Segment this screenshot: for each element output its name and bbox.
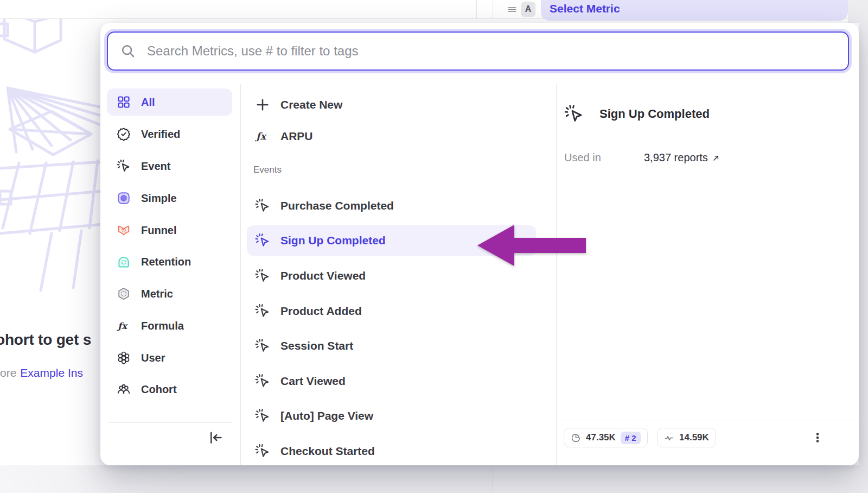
- formula-fx-icon: [117, 319, 131, 333]
- app-root: ohort to get s oreExample Ins A Select M…: [0, 0, 868, 493]
- external-link-icon: [712, 154, 720, 162]
- list-item-label: Session Start: [280, 339, 353, 352]
- event-cursor-icon: [255, 408, 270, 424]
- list-item-purchase-completed[interactable]: Purchase Completed: [247, 195, 536, 217]
- collapse-panel-icon[interactable]: [208, 429, 224, 446]
- event-cursor-icon: [117, 159, 131, 173]
- used-in-reports-text: 3,937 reports: [644, 151, 708, 164]
- sidebar-item-label: Funnel: [141, 224, 177, 237]
- list-item-auto-page-view[interactable]: [Auto] Page View: [247, 405, 536, 427]
- sidebar-footer-divider: [108, 422, 232, 423]
- background-headline-fragment: ohort to get s: [0, 331, 91, 349]
- page-right-strip: [859, 0, 868, 493]
- sidebar-item-label: Metric: [141, 288, 173, 300]
- user-icon: [117, 351, 131, 365]
- kebab-menu-icon[interactable]: [810, 428, 825, 447]
- sidebar-item-formula[interactable]: Formula: [107, 312, 232, 339]
- sidebar-item-label: Retention: [141, 256, 191, 268]
- metric-row-letter-badge: A: [521, 2, 535, 17]
- verified-badge-icon: [117, 127, 131, 141]
- sidebar-item-label: Verified: [141, 128, 180, 141]
- event-cursor-icon: [255, 338, 270, 353]
- used-in-row: Used in 3,937 reports: [564, 151, 846, 166]
- used-in-label: Used in: [564, 151, 601, 163]
- list-item-arpu[interactable]: ARPU: [247, 125, 536, 147]
- search-icon: [120, 43, 136, 59]
- event-cursor-icon: [255, 198, 270, 213]
- list-item-session-start[interactable]: Session Start: [247, 335, 536, 357]
- list-item-label: Sign Up Completed: [280, 234, 386, 247]
- sidebar-item-cohort[interactable]: Cohort: [107, 376, 232, 403]
- select-metric-header[interactable]: Select Metric: [541, 0, 848, 21]
- list-item-label: Product Viewed: [280, 269, 366, 282]
- cohort-icon: [117, 382, 131, 396]
- event-cursor-icon: [255, 268, 270, 283]
- retention-icon: [117, 255, 131, 269]
- used-in-reports-link[interactable]: 3,937 reports: [644, 151, 720, 164]
- toolbar-divider: [476, 0, 477, 18]
- metric-icon: [117, 287, 131, 301]
- annotation-arrow: [471, 220, 593, 272]
- list-item-label: Product Added: [280, 305, 362, 318]
- sidebar-item-event[interactable]: Event: [107, 153, 232, 180]
- sidebar-item-label: User: [141, 352, 165, 364]
- list-item-cart-viewed[interactable]: Cart Viewed: [247, 370, 536, 392]
- sidebar-item-retention[interactable]: Retention: [107, 248, 232, 275]
- sidebar-item-label: All: [141, 96, 155, 109]
- metric-detail-panel: Sign Up Completed Used in 3,937 reports …: [556, 84, 859, 465]
- metric-list: Create New ARPU Events Purchase Complete…: [240, 84, 556, 465]
- background-link-prefix: ore: [0, 366, 16, 379]
- list-item-label: ARPU: [280, 130, 313, 143]
- list-item-label: [Auto] Page View: [280, 409, 373, 422]
- detail-header: Sign Up Completed: [564, 104, 710, 124]
- page-divider: [493, 465, 493, 493]
- simple-icon: [117, 191, 131, 205]
- create-new-button[interactable]: Create New: [247, 94, 536, 116]
- stat-total-count-pill[interactable]: 47.35K # 2: [564, 428, 648, 447]
- sidebar-item-label: Cohort: [141, 383, 177, 396]
- sidebar-item-simple[interactable]: Simple: [107, 185, 232, 212]
- sidebar-item-label: Formula: [141, 320, 184, 332]
- sidebar-item-all[interactable]: All: [107, 89, 232, 116]
- list-item-label: Cart Viewed: [280, 375, 346, 388]
- plus-icon: [255, 97, 270, 112]
- grid-icon: [117, 95, 131, 109]
- event-cursor-icon: [564, 104, 584, 124]
- select-metric-label: Select Metric: [550, 1, 620, 16]
- stat-value: 47.35K: [586, 432, 616, 443]
- event-cursor-icon: [255, 444, 270, 459]
- stat-rank-badge: # 2: [621, 432, 641, 444]
- stat-value: 14.59K: [679, 432, 709, 443]
- event-cursor-icon: [255, 304, 270, 319]
- sidebar-item-label: Simple: [141, 192, 177, 205]
- example-insights-link-fragment: Example Ins: [20, 366, 83, 379]
- sidebar-item-funnel[interactable]: Funnel: [107, 217, 232, 244]
- create-new-label: Create New: [280, 98, 342, 111]
- search-input[interactable]: [146, 43, 838, 59]
- list-item-label: Checkout Started: [280, 445, 375, 458]
- sidebar-item-verified[interactable]: Verified: [107, 121, 232, 148]
- sidebar-item-label: Event: [141, 160, 170, 173]
- toolbar-divider: [493, 0, 493, 18]
- pie-chart-icon: [571, 433, 581, 443]
- list-item-checkout-started[interactable]: Checkout Started: [247, 440, 536, 462]
- funnel-icon: [117, 223, 131, 237]
- filter-sidebar: All Verified Event Simple Funnel Retenti…: [100, 84, 240, 465]
- page-bottom-strip: [0, 465, 868, 493]
- event-cursor-icon: [255, 233, 270, 248]
- sparkline-icon: [664, 433, 674, 443]
- list-item-product-added[interactable]: Product Added: [247, 300, 536, 322]
- background-illustration: [0, 0, 103, 296]
- events-section-label: Events: [253, 165, 282, 175]
- detail-footer-divider: [556, 420, 859, 420]
- sidebar-item-metric[interactable]: Metric: [107, 280, 232, 307]
- detail-title: Sign Up Completed: [599, 107, 710, 121]
- sidebar-item-user[interactable]: User: [107, 344, 232, 371]
- metric-search-bar: [107, 31, 849, 71]
- background-link-line: oreExample Ins: [0, 366, 83, 380]
- stat-unique-count-pill[interactable]: 14.59K: [657, 428, 716, 447]
- list-item-label: Purchase Completed: [280, 199, 394, 212]
- event-cursor-icon: [255, 374, 270, 389]
- drag-handle-icon[interactable]: [507, 4, 518, 15]
- formula-fx-icon: [255, 129, 270, 144]
